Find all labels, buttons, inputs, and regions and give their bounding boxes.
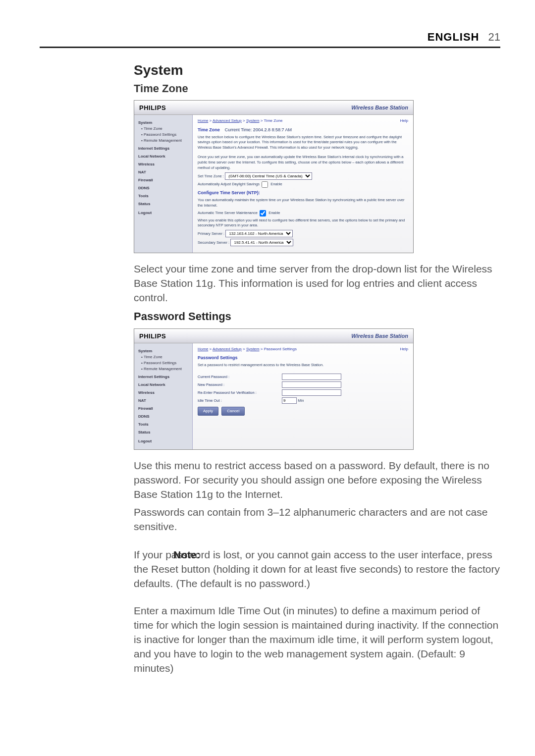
crumb-home[interactable]: Home	[198, 347, 208, 351]
philips-logo: PHILIPS	[139, 104, 166, 112]
idle-unit: Min	[298, 398, 304, 403]
crumb-advanced[interactable]: Advanced Setup	[213, 118, 242, 123]
enable-label2: Enable	[268, 211, 280, 215]
reenter-password-input[interactable]	[282, 389, 341, 396]
ntp-auto-label: Automatic Time Server Maintenance	[198, 211, 258, 215]
password-paragraph-1: Use this menu to restrict access based o…	[134, 459, 500, 502]
note-label: Note:	[173, 548, 263, 562]
sidebar-item-password[interactable]: • Password Settings	[141, 132, 190, 138]
daylight-checkbox[interactable]	[262, 181, 268, 188]
crumb-system[interactable]: System	[246, 118, 260, 123]
current-password-label: Current Password :	[198, 375, 282, 380]
sidebar-item-internet[interactable]: Internet Settings	[138, 374, 190, 380]
crumb-advanced[interactable]: Advanced Setup	[213, 347, 242, 351]
sidebar-item-nat[interactable]: NAT	[138, 398, 190, 404]
screenshot-password: PHILIPS Wireless Base Station System • T…	[134, 328, 414, 450]
sidebar-item-timezone[interactable]: • Time Zone	[141, 354, 190, 360]
screenshot-timezone: PHILIPS Wireless Base Station System • T…	[134, 100, 414, 253]
current-password-input[interactable]	[282, 374, 341, 380]
philips-logo: PHILIPS	[139, 332, 166, 341]
sidebar-item-internet[interactable]: Internet Settings	[138, 146, 190, 152]
crumb-leaf: Time Zone	[264, 118, 283, 123]
ntp-heading: Configure Time Server (NTP):	[198, 190, 408, 196]
shot1-main: Home > Advanced Setup > System > Time Zo…	[193, 115, 413, 253]
crumb-home[interactable]: Home	[198, 118, 208, 123]
enable-label: Enable	[270, 182, 282, 186]
breadcrumb: Home > Advanced Setup > System > Time Zo…	[198, 118, 408, 124]
shot2-main: Home > Advanced Setup > System > Passwor…	[193, 343, 413, 449]
cancel-button[interactable]: Cancel	[221, 407, 245, 416]
ntp-para: You can automatically maintain the syste…	[198, 198, 408, 209]
section-system-title: System	[134, 61, 500, 80]
new-password-label: New Password :	[198, 382, 282, 388]
sidebar-item-local[interactable]: Local Network	[138, 154, 190, 160]
password-intro: Set a password to restrict management ac…	[198, 363, 408, 368]
idle-timeout-label: Idle Time Out :	[198, 398, 282, 404]
password-paragraph-2: Passwords can contain from 3–12 alphanum…	[134, 505, 500, 534]
sidebar-item-tools[interactable]: Tools	[138, 193, 190, 199]
sidebar-item-status[interactable]: Status	[138, 430, 190, 435]
primary-server-select[interactable]: 132.163.4.102 - North America	[225, 230, 293, 237]
shot2-sidebar: System • Time Zone • Password Settings •…	[134, 343, 193, 449]
device-tag: Wireless Base Station	[351, 104, 408, 111]
page-number: 21	[488, 31, 500, 44]
section-password-title: Password Settings	[134, 309, 500, 324]
help-link[interactable]: Help	[400, 118, 408, 124]
page-header: ENGLISH 21	[40, 31, 500, 48]
secondary-server-select[interactable]: 192.5.41.41 - North America	[230, 239, 293, 246]
device-tag: Wireless Base Station	[351, 332, 408, 340]
sidebar-item-local[interactable]: Local Network	[138, 382, 190, 388]
sidebar-item-remote[interactable]: • Remote Management	[141, 138, 190, 144]
section-timezone-subtitle: Time Zone	[134, 81, 500, 96]
sidebar-item-ddns[interactable]: DDNS	[138, 185, 190, 191]
password-heading: Password Settings	[198, 355, 408, 361]
tz-current-time: Current Time: 2004.2.8 8:58:7 AM	[225, 127, 292, 132]
language-label: ENGLISH	[428, 31, 480, 44]
shot1-header: PHILIPS Wireless Base Station	[134, 101, 413, 115]
ntp-servers-hint: When you enable this option you will nee…	[198, 218, 408, 229]
tz-heading: Time Zone	[198, 127, 220, 132]
breadcrumb: Home > Advanced Setup > System > Passwor…	[198, 346, 408, 352]
shot1-sidebar: System • Time Zone • Password Settings •…	[134, 115, 193, 253]
crumb-system[interactable]: System	[246, 347, 260, 351]
sidebar-item-status[interactable]: Status	[138, 201, 190, 207]
timezone-select[interactable]: (GMT-06:00) Central Time (US & Canada)	[225, 172, 312, 180]
daylight-label: Automatically Adjust Daylight Savings	[198, 182, 260, 186]
crumb-leaf: Password Settings	[264, 347, 297, 351]
sidebar-item-firewall[interactable]: Firewall	[138, 177, 190, 183]
sidebar-item-system[interactable]: System	[138, 348, 190, 354]
sidebar-item-wireless[interactable]: Wireless	[138, 162, 190, 167]
idle-timeout-input[interactable]	[282, 397, 297, 404]
tz-para2: Once you set your time zone, you can aut…	[198, 155, 408, 171]
shot2-header: PHILIPS Wireless Base Station	[134, 329, 413, 343]
timezone-paragraph: Select your time zone and time server fr…	[134, 262, 500, 305]
tz-para1: Use the section below to configure the W…	[198, 135, 408, 151]
sidebar-item-wireless[interactable]: Wireless	[138, 390, 190, 396]
idle-paragraph: Enter a maximum Idle Time Out (in minute…	[134, 604, 500, 676]
primary-server-label: Primary Server :	[198, 231, 224, 236]
reenter-password-label: Re-Enter Password for Verification :	[198, 390, 282, 396]
help-link[interactable]: Help	[400, 346, 408, 352]
sidebar-item-remote[interactable]: • Remote Management	[141, 366, 190, 372]
sidebar-item-system[interactable]: System	[138, 120, 190, 126]
sidebar-item-tools[interactable]: Tools	[138, 422, 190, 428]
sidebar-item-nat[interactable]: NAT	[138, 169, 190, 175]
set-timezone-label: Set Time Zone :	[198, 174, 224, 178]
apply-button[interactable]: Apply	[198, 407, 218, 416]
sidebar-item-timezone[interactable]: • Time Zone	[141, 126, 190, 132]
sidebar-item-logout[interactable]: Logout	[138, 438, 190, 444]
sidebar-item-password[interactable]: • Password Settings	[141, 360, 190, 366]
sidebar-item-logout[interactable]: Logout	[138, 210, 190, 216]
secondary-server-label: Secondary Server :	[198, 240, 229, 245]
new-password-input[interactable]	[282, 381, 341, 388]
ntp-auto-checkbox[interactable]	[260, 210, 266, 216]
sidebar-item-firewall[interactable]: Firewall	[138, 406, 190, 412]
sidebar-item-ddns[interactable]: DDNS	[138, 414, 190, 420]
